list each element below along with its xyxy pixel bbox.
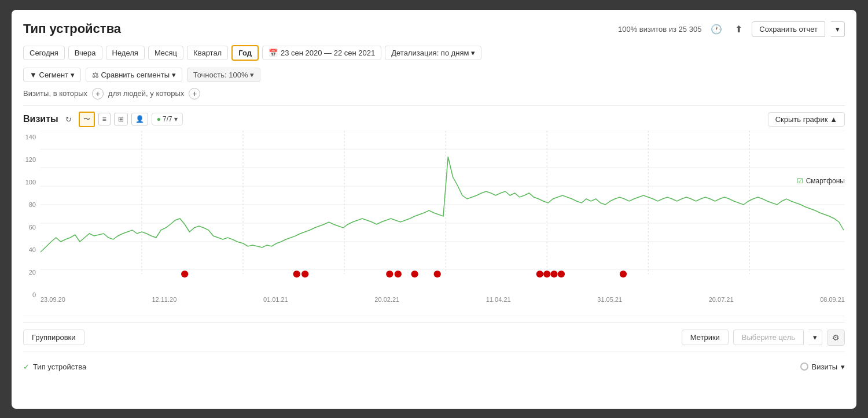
main-window: Тип устройства 100% визитов из 25 305 🕐 … [12,10,856,409]
person-chart-btn[interactable]: 👤 [131,113,148,125]
accuracy-label: Точность: 100% [193,71,248,79]
x-label-4: 11.04.21 [486,296,511,303]
compare-icon: ⚖ [92,71,99,79]
y-label-140: 140 [25,134,36,140]
chevron-down-footer-icon: ▾ [841,362,845,371]
refresh-icon-btn[interactable]: ↻ [62,113,75,126]
filter-icon: ▼ [30,71,37,79]
svg-point-24 [550,271,557,278]
segment-button[interactable]: ▼ Сегмент ▾ [23,68,81,82]
visits-filter-row: Визиты, в которых + для людей, у которых… [23,88,845,99]
svg-point-22 [536,271,543,278]
footer-left: ✓ Тип устройства [23,362,86,371]
metrics-toggle-btn[interactable]: ● 7/7 ▾ [152,113,183,125]
bar-chart-btn[interactable]: ≡ [98,113,111,125]
svg-point-25 [558,271,565,278]
dot-icon: ● [157,115,161,123]
date-range-text: 23 сен 2020 — 22 сен 2021 [281,49,375,57]
x-label-2: 01.01.21 [263,296,288,303]
goal-button[interactable]: Выберите цель [733,330,804,345]
goal-arrow-button[interactable]: ▾ [808,330,822,345]
table-chart-btn[interactable]: ⊞ [114,113,128,125]
date-range-button[interactable]: 📅 23 сен 2020 — 22 сен 2021 [262,46,381,60]
metrics-count: 7/7 [163,115,172,123]
visits-filter-label1: Визиты, в которых [23,89,87,98]
x-label-1: 12.11.20 [152,296,176,303]
footer-right: Визиты ▾ [800,362,845,371]
visits-filter-label2: для людей, у которых [108,89,184,98]
chevron-up-icon: ▲ [830,115,837,124]
x-label-7: 08.09.21 [820,296,845,303]
legend-check-icon: ☑ [797,177,803,185]
svg-point-20 [411,271,418,278]
y-label-80: 80 [29,201,36,208]
compare-label: Сравнить сегменты [101,71,170,79]
x-label-0: 23.09.20 [41,296,65,303]
check-icon: ✓ [23,362,30,371]
chart-wrapper: 140 120 100 80 60 40 20 0 [23,131,845,310]
y-axis: 140 120 100 80 60 40 20 0 [23,131,41,310]
save-report-arrow-button[interactable]: ▾ [831,21,845,37]
footer-metric-label: Визиты [812,362,837,371]
tab-today[interactable]: Сегодня [23,46,65,60]
compare-segments-button[interactable]: ⚖ Сравнить сегменты ▾ [86,68,182,82]
line-chart-btn[interactable]: 〜 [79,112,95,127]
filter-row: ▼ Сегмент ▾ ⚖ Сравнить сегменты ▾ Точнос… [23,68,845,82]
add-filter-btn2[interactable]: + [189,88,200,99]
bottom-right: Метрики Выберите цель ▾ ⚙ [682,330,845,346]
tab-yesterday[interactable]: Вчера [68,46,102,60]
bottom-bar: Группировки Метрики Выберите цель ▾ ⚙ [23,322,845,346]
tab-month[interactable]: Месяц [148,46,183,60]
radio-icon [800,362,808,371]
divider [23,105,845,106]
svg-point-16 [293,271,300,278]
x-label-5: 31.05.21 [597,296,622,303]
groupings-button[interactable]: Группировки [23,330,84,345]
section-left: Визиты ↻ 〜 ≡ ⊞ 👤 ● 7/7 ▾ [23,112,183,127]
y-label-120: 120 [25,156,36,163]
y-label-40: 40 [29,246,36,253]
y-label-100: 100 [25,179,36,186]
y-label-60: 60 [29,224,36,231]
visits-info: 100% визитов из 25 305 [618,25,701,34]
tab-year[interactable]: Год [231,45,259,61]
section-header: Визиты ↻ 〜 ≡ ⊞ 👤 ● 7/7 ▾ Скрыть график ▲ [23,112,845,127]
hide-chart-label: Скрыть график [775,115,828,124]
add-filter-btn1[interactable]: + [92,88,104,99]
x-axis-labels: 23.09.20 12.11.20 01.01.21 20.02.21 11.0… [41,295,845,303]
export-icon-btn[interactable]: ⬆ [731,21,746,37]
tab-week[interactable]: Неделя [106,46,145,60]
legend-label: Смартфоны [806,177,845,185]
svg-point-17 [301,271,308,278]
settings-gear-button[interactable]: ⚙ [827,330,845,346]
hide-chart-button[interactable]: Скрыть график ▲ [768,112,845,127]
chart-svg [41,131,845,293]
detail-label: Детализация: по дням [391,49,469,57]
x-label-3: 20.02.21 [374,296,399,303]
date-tabs-row: Сегодня Вчера Неделя Месяц Квартал Год 📅… [23,45,845,61]
footer-dimension-label: Тип устройства [33,362,86,371]
metrics-button[interactable]: Метрики [682,330,729,345]
section-title: Визиты [23,114,58,124]
y-label-20: 20 [29,269,36,276]
y-label-0: 0 [32,291,36,298]
calendar-icon: 📅 [269,49,278,57]
header-right: 100% визитов из 25 305 🕐 ⬆ Сохранить отч… [618,21,845,37]
history-icon-btn[interactable]: 🕐 [707,21,726,37]
bottom-divider [23,316,845,316]
tab-quarter[interactable]: Квартал [187,46,228,60]
svg-point-26 [620,271,627,278]
svg-point-21 [434,271,441,278]
footer-divider [23,352,845,352]
detail-button[interactable]: Детализация: по дням ▾ [385,46,481,60]
save-report-button[interactable]: Сохранить отчет [752,21,825,37]
svg-point-19 [395,271,402,278]
segment-label: Сегмент [39,71,69,79]
svg-point-18 [386,271,393,278]
x-label-6: 20.07.21 [709,296,734,303]
footer-row: ✓ Тип устройства Визиты ▾ [23,358,845,371]
chart-legend: ☑ Смартфоны [797,177,845,185]
accuracy-button[interactable]: Точность: 100% ▾ [187,68,260,82]
page-title: Тип устройства [23,21,121,36]
svg-point-23 [543,271,550,278]
